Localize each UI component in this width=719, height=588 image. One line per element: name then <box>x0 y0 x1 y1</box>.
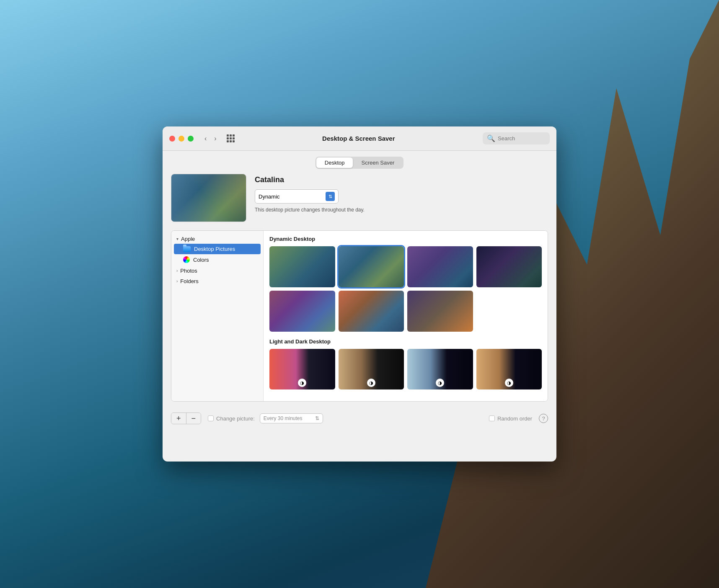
back-button[interactable]: ‹ <box>202 134 209 143</box>
wallpaper-thumbnail-dyn-2 <box>339 246 404 287</box>
sidebar-item-colors[interactable]: Colors <box>171 254 263 265</box>
tab-group: Desktop Screen Saver <box>316 157 403 169</box>
sidebar-group-header-apple[interactable]: ▾ Apple <box>171 234 263 244</box>
tab-desktop[interactable]: Desktop <box>316 157 353 168</box>
search-icon: 🔍 <box>487 134 495 142</box>
colors-icon <box>183 256 190 263</box>
main-window: ‹ › Desktop & Screen Saver 🔍 Desktop Scr… <box>163 126 556 462</box>
sidebar-group-header-folders[interactable]: › Folders <box>171 276 263 286</box>
minimize-button[interactable] <box>178 136 184 142</box>
sidebar-item-label-colors: Colors <box>193 257 209 263</box>
sidebar-group-apple: ▾ Apple Desktop Pictures Colors <box>171 234 263 265</box>
wallpaper-thumbnail-dyn-3 <box>407 246 473 287</box>
remove-button[interactable]: − <box>186 413 201 424</box>
picture-description: This desktop picture changes throughout … <box>255 207 548 213</box>
gallery: Dynamic Desktop <box>264 231 548 401</box>
add-remove-buttons: + − <box>171 413 201 424</box>
close-button[interactable] <box>169 136 175 142</box>
change-picture-label: Change picture: <box>216 415 255 422</box>
sidebar-group-label-folders: Folders <box>180 278 198 284</box>
gallery-item-ld-3[interactable]: ◑ <box>407 349 473 390</box>
nav-buttons: ‹ › <box>202 134 219 143</box>
dropdown-row: Dynamic ⇅ <box>255 189 548 204</box>
preview-info: Catalina Dynamic ⇅ This desktop picture … <box>255 174 548 213</box>
gallery-grid-lightdark: ◑ ◑ ◑ ◑ <box>269 349 542 390</box>
gallery-item-dyn-4[interactable] <box>476 246 542 287</box>
tabs-row: Desktop Screen Saver <box>163 151 556 174</box>
sidebar: ▾ Apple Desktop Pictures Colors <box>171 231 264 401</box>
gallery-item-dyn-3[interactable] <box>407 246 473 287</box>
gallery-section-dynamic: Dynamic Desktop <box>269 236 542 332</box>
grid-icon[interactable] <box>227 134 235 142</box>
sidebar-group-label-apple: Apple <box>181 236 195 242</box>
sidebar-group-header-photos[interactable]: › Photos <box>171 266 263 276</box>
interval-arrow-icon: ⇅ <box>315 415 319 421</box>
tab-screensaver[interactable]: Screen Saver <box>353 157 403 168</box>
interval-value: Every 30 minutes <box>264 415 303 421</box>
change-picture-row: Change picture: <box>208 415 255 422</box>
gallery-item-ld-1[interactable]: ◑ <box>269 349 335 390</box>
random-order-checkbox[interactable] <box>489 415 495 421</box>
dynamic-dropdown[interactable]: Dynamic ⇅ <box>255 189 339 204</box>
sidebar-group-photos: › Photos <box>171 266 263 276</box>
bottom-bar: + − Change picture: Every 30 minutes ⇅ R… <box>163 408 556 428</box>
folder-icon <box>183 246 191 252</box>
light-dark-icon-ld-4: ◑ <box>505 379 513 387</box>
wallpaper-thumbnail-dyn-7 <box>407 291 473 332</box>
interval-select[interactable]: Every 30 minutes ⇅ <box>260 413 323 423</box>
help-button[interactable]: ? <box>539 414 548 423</box>
gallery-grid-dynamic <box>269 246 542 332</box>
sidebar-group-folders: › Folders <box>171 276 263 286</box>
add-button[interactable]: + <box>171 413 186 424</box>
wallpaper-thumbnail-dyn-6 <box>339 291 404 332</box>
preview-section: Catalina Dynamic ⇅ This desktop picture … <box>171 174 548 222</box>
sidebar-item-desktop-pictures[interactable]: Desktop Pictures <box>174 244 261 254</box>
sidebar-group-label-photos: Photos <box>180 268 197 274</box>
main-content: Catalina Dynamic ⇅ This desktop picture … <box>163 174 556 408</box>
window-title: Desktop & Screen Saver <box>240 135 478 142</box>
wallpaper-thumbnail-dyn-1 <box>269 246 335 287</box>
dropdown-value: Dynamic <box>259 193 280 200</box>
chevron-right-icon-photos: › <box>176 268 178 273</box>
titlebar: ‹ › Desktop & Screen Saver 🔍 <box>163 126 556 151</box>
gallery-section-title-dynamic: Dynamic Desktop <box>269 236 542 242</box>
change-picture-checkbox[interactable] <box>208 415 214 421</box>
gallery-item-dyn-5[interactable] <box>269 291 335 332</box>
random-order-label: Random order <box>497 415 532 422</box>
maximize-button[interactable] <box>188 136 194 142</box>
wallpaper-name: Catalina <box>255 175 548 184</box>
light-dark-icon-ld-2: ◑ <box>367 379 375 387</box>
forward-button[interactable]: › <box>212 134 219 143</box>
lower-section: ▾ Apple Desktop Pictures Colors <box>171 230 548 402</box>
chevron-down-icon: ▾ <box>176 237 178 241</box>
search-input[interactable] <box>498 135 546 142</box>
chevron-right-icon-folders: › <box>176 279 178 284</box>
search-bar[interactable]: 🔍 <box>483 132 550 144</box>
preview-thumbnail <box>171 174 246 222</box>
preview-image <box>171 174 246 222</box>
gallery-section-lightdark: Light and Dark Desktop ◑ ◑ ◑ <box>269 338 542 390</box>
light-dark-icon-ld-3: ◑ <box>436 379 444 387</box>
gallery-section-title-lightdark: Light and Dark Desktop <box>269 338 542 345</box>
wallpaper-thumbnail-dyn-4 <box>476 246 542 287</box>
wallpaper-thumbnail-dyn-5 <box>269 291 335 332</box>
sidebar-item-label-desktop-pictures: Desktop Pictures <box>194 246 235 252</box>
gallery-item-ld-4[interactable]: ◑ <box>476 349 542 390</box>
bottom-options: Change picture: Every 30 minutes ⇅ <box>208 413 341 423</box>
gallery-item-dyn-1[interactable] <box>269 246 335 287</box>
gallery-item-ld-2[interactable]: ◑ <box>339 349 404 390</box>
gallery-item-dyn-7[interactable] <box>407 291 473 332</box>
window-controls <box>169 136 194 142</box>
light-dark-icon-ld-1: ◑ <box>298 379 306 387</box>
gallery-item-dyn-2[interactable] <box>339 246 404 287</box>
dropdown-arrow-icon: ⇅ <box>326 192 335 201</box>
random-order-row: Random order <box>489 415 532 422</box>
gallery-item-dyn-6[interactable] <box>339 291 404 332</box>
